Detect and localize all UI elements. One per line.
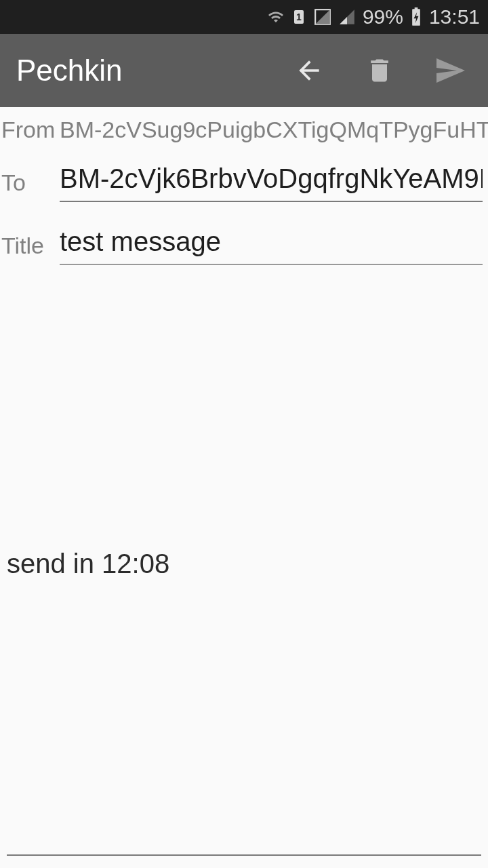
wifi-icon xyxy=(268,9,284,25)
cell-signal-icon xyxy=(338,8,356,26)
title-row: Title xyxy=(0,222,488,265)
app-title: Pechkin xyxy=(16,54,293,87)
battery-charging-icon xyxy=(410,7,422,26)
to-label: To xyxy=(1,165,60,196)
body-text: send in 12:08 xyxy=(7,549,169,579)
svg-text:1: 1 xyxy=(296,12,302,22)
to-row: To xyxy=(0,159,488,202)
compose-content: From BM-2cVSug9cPuigbCXTigQMqTPygFuHTC8X… xyxy=(0,107,488,868)
to-input[interactable] xyxy=(60,159,483,202)
battery-percent: 99% xyxy=(363,5,403,28)
delete-button[interactable] xyxy=(363,54,396,87)
title-input[interactable] xyxy=(60,222,483,265)
status-bar: 1 99% 13:51 xyxy=(0,0,488,34)
signal-box-icon xyxy=(314,8,331,26)
from-row: From BM-2cVSug9cPuigbCXTigQMqTPygFuHTC8X… xyxy=(0,111,488,143)
body-area[interactable]: send in 12:08 xyxy=(0,265,488,868)
svg-rect-4 xyxy=(415,7,418,10)
from-value: BM-2cVSug9cPuigbCXTigQMqTPygFuHTC8XUN xyxy=(60,117,488,143)
send-button[interactable] xyxy=(434,54,466,87)
app-bar: Pechkin xyxy=(0,34,488,107)
body-underline xyxy=(7,854,481,856)
app-actions xyxy=(293,54,472,87)
from-label: From xyxy=(1,117,60,143)
sim-icon: 1 xyxy=(291,8,307,26)
clock: 13:51 xyxy=(429,5,480,28)
back-button[interactable] xyxy=(293,54,325,87)
title-label: Title xyxy=(1,229,60,259)
